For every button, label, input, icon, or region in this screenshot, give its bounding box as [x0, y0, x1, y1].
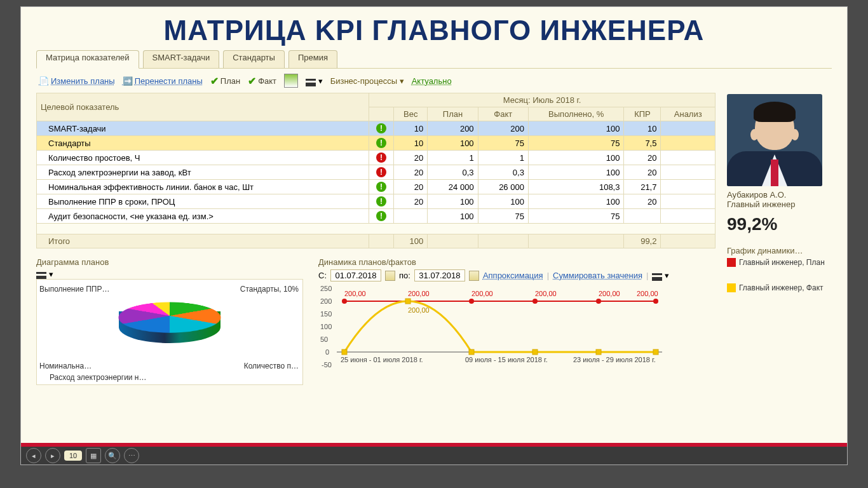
slide-number: 10: [64, 451, 82, 461]
tab-matrix[interactable]: Матрица показателей: [36, 50, 139, 69]
prev-slide-button[interactable]: ◂: [26, 448, 41, 463]
approx-link[interactable]: Аппроксимация: [483, 271, 543, 280]
svg-point-8: [342, 299, 347, 304]
date-to-input[interactable]: 31.07.2018: [414, 269, 465, 281]
toolbar: 📄 Изменить планы ➡️ Перенести планы ✔Пла…: [36, 69, 832, 93]
svg-rect-25: [653, 349, 658, 355]
svg-point-11: [532, 299, 538, 304]
chart-icon[interactable]: [284, 74, 298, 88]
svg-text:50: 50: [320, 336, 328, 343]
svg-point-12: [596, 299, 601, 304]
svg-text:-50: -50: [322, 361, 332, 369]
svg-text:200,00: 200,00: [471, 290, 493, 297]
table-row[interactable]: Расход электроэнергии на завод, кВт!200,…: [37, 165, 715, 180]
total-row: Итого 100 99,2: [37, 234, 715, 248]
svg-rect-20: [342, 349, 347, 355]
svg-text:200,00: 200,00: [344, 290, 366, 297]
svg-text:200,00: 200,00: [408, 306, 430, 314]
tab-strip: Матрица показателей SMART-задачи Стандар…: [36, 50, 832, 69]
tab-bonus[interactable]: Премия: [288, 50, 337, 68]
table-row[interactable]: Количество простоев, Ч!201110020: [37, 151, 715, 165]
business-process-dropdown[interactable]: Бизнес-процессы ▾: [330, 76, 404, 86]
legend-title: График динамики…: [727, 246, 832, 255]
grid-view-button[interactable]: ▦: [86, 448, 101, 463]
col-target: Целевой показатель: [37, 93, 369, 121]
employee-position: Главный инженер: [727, 200, 832, 209]
calendar-icon[interactable]: [385, 271, 395, 281]
svg-text:200,00: 200,00: [535, 290, 557, 297]
sum-link[interactable]: Суммировать значения: [553, 271, 642, 280]
pie-title: Диаграмма планов: [36, 257, 303, 267]
svg-text:200: 200: [320, 297, 332, 305]
page-title: МАТРИЦА KPI ГЛАВНОГО ИНЖЕНЕРА: [21, 7, 847, 50]
tab-standards[interactable]: Стандарты: [223, 50, 285, 68]
svg-text:150: 150: [320, 310, 332, 318]
employee-photo: [727, 94, 822, 186]
tab-smart[interactable]: SMART-задачи: [143, 50, 220, 68]
svg-text:23 июля - 29 июля 2018 г.: 23 июля - 29 июля 2018 г.: [573, 356, 656, 363]
table-row[interactable]: SMART-задачи!1020020010010: [37, 121, 715, 136]
col-month: Месяц: Июль 2018 г.: [369, 93, 715, 107]
legend-fact: Главный инженер, Факт: [727, 283, 832, 292]
dyn-title: Динамика планов/фактов: [318, 257, 715, 267]
chart-menu-icon[interactable]: ▾: [652, 271, 669, 280]
legend-plan: Главный инженер, План: [727, 258, 832, 267]
svg-rect-24: [596, 349, 601, 355]
svg-point-10: [469, 299, 474, 304]
svg-text:25 июня - 01 июля 2018 г.: 25 июня - 01 июля 2018 г.: [341, 356, 423, 363]
edit-plans-button[interactable]: 📄 Изменить планы: [39, 76, 115, 86]
presentation-footer: ◂ ▸ 10 ▦ 🔍 ⋯: [21, 447, 847, 464]
svg-rect-22: [469, 349, 474, 355]
transfer-plans-button[interactable]: ➡️ Перенести планы: [123, 76, 203, 86]
svg-rect-21: [405, 299, 410, 304]
zoom-button[interactable]: 🔍: [105, 448, 120, 463]
svg-text:100: 100: [320, 323, 332, 330]
svg-text:09 июля - 15 июля 2018 г.: 09 июля - 15 июля 2018 г.: [465, 356, 548, 363]
table-row[interactable]: Стандарты!1010075757,5: [37, 136, 715, 151]
kpi-table: Целевой показатель Месяц: Июль 2018 г. В…: [36, 93, 715, 248]
next-slide-button[interactable]: ▸: [45, 448, 60, 463]
pie-menu-icon[interactable]: [36, 272, 46, 278]
actual-link[interactable]: Актуально: [412, 76, 452, 86]
date-from-input[interactable]: 01.07.2018: [330, 269, 381, 281]
table-row[interactable]: Номинальная эффективность линии. банок в…: [37, 180, 715, 194]
more-button[interactable]: ⋯: [124, 448, 139, 463]
svg-point-13: [653, 299, 658, 304]
svg-text:250: 250: [320, 285, 332, 292]
fact-checkbox[interactable]: ✔Факт: [248, 75, 276, 87]
table-row[interactable]: Аудит безопасности, <не указана ед. изм.…: [37, 209, 715, 224]
calendar-icon[interactable]: [469, 271, 479, 281]
plan-checkbox[interactable]: ✔План: [210, 75, 240, 87]
menu-icon[interactable]: ▾: [306, 76, 323, 86]
svg-text:200,00: 200,00: [599, 290, 620, 297]
table-row[interactable]: Выполнение ППР в сроки, ПРОЦ!20100100100…: [37, 194, 715, 209]
svg-text:200,00: 200,00: [637, 290, 658, 297]
svg-text:200,00: 200,00: [408, 290, 430, 297]
employee-percent: 99,2%: [727, 214, 832, 234]
line-chart: 250200150 100500-50 200,00200,00200,00 2…: [319, 282, 662, 384]
pie-chart: [112, 287, 227, 357]
svg-rect-23: [532, 349, 538, 355]
svg-text:0: 0: [325, 348, 329, 356]
employee-name: Аубакиров А.О.: [727, 190, 832, 200]
